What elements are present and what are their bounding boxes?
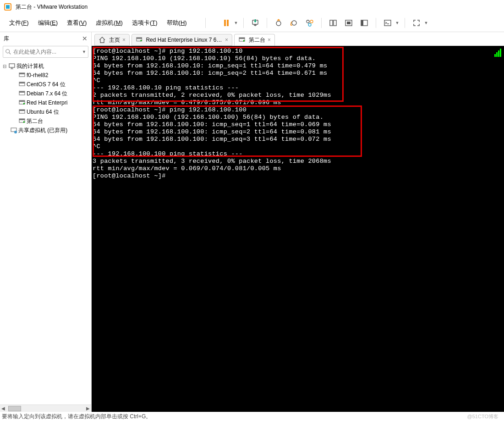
tree-label: 我的计算机 [16, 62, 44, 70]
svg-point-9 [308, 23, 311, 26]
svg-rect-30 [19, 110, 25, 111]
tree-vm-rhel82[interactable]: f0-rhel82 [0, 71, 91, 80]
svg-point-6 [292, 21, 296, 25]
sidebar-close-icon[interactable]: ✕ [82, 35, 88, 42]
svg-rect-21 [19, 73, 25, 74]
menu-help[interactable]: 帮助(H) [163, 17, 191, 29]
vm-icon [18, 72, 26, 79]
send-button[interactable] [248, 17, 262, 29]
svg-point-35 [14, 131, 17, 133]
svg-point-8 [310, 20, 313, 23]
vm-running-icon [238, 36, 246, 44]
menubar: 文件(F) 编辑(E) 查看(V) 虚拟机(M) 选项卡(T) 帮助(H) ▼ … [0, 14, 504, 32]
view-unity-button[interactable] [357, 17, 371, 29]
toolbar: ▼ ▼ ▼ [219, 17, 429, 29]
sidebar: 库 ✕ ▼ ⊟ 我的计算机 f0-rhel82 CentOS 7 64 位 De… [0, 32, 92, 412]
svg-rect-11 [334, 20, 336, 26]
vm-running-icon [18, 117, 26, 125]
titlebar: 第二台 - VMware Workstation [0, 0, 504, 14]
vm-running-icon [136, 36, 142, 44]
svg-rect-32 [19, 119, 25, 120]
manage-snapshot-button[interactable] [303, 17, 317, 29]
svg-rect-40 [239, 38, 245, 39]
menu-view[interactable]: 查看(V) [63, 17, 90, 29]
close-icon[interactable]: × [268, 37, 271, 43]
svg-rect-13 [347, 22, 351, 24]
svg-rect-27 [19, 100, 25, 102]
main-area: 主页 × Red Hat Enterprise Linux 7 64 ... ×… [92, 32, 504, 412]
svg-rect-37 [137, 38, 142, 39]
close-icon[interactable]: × [225, 37, 228, 43]
svg-point-7 [307, 20, 309, 23]
computer-icon [8, 62, 16, 70]
svg-rect-15 [361, 20, 363, 26]
svg-rect-23 [19, 82, 25, 83]
svg-rect-3 [227, 20, 229, 26]
dropdown-icon[interactable]: ▼ [82, 50, 86, 54]
dropdown-icon[interactable]: ▼ [424, 21, 429, 25]
tree-vm-second[interactable]: 第二台 [0, 116, 91, 126]
console-button[interactable] [381, 17, 394, 29]
view-multi-button[interactable] [342, 17, 356, 29]
tree-my-computer[interactable]: ⊟ 我的计算机 [0, 61, 91, 71]
tab-home[interactable]: 主页 × [94, 34, 130, 46]
tree-label: f0-rhel82 [27, 72, 48, 78]
activity-bars-icon [494, 49, 501, 57]
svg-point-17 [6, 50, 10, 53]
tree-vm-debian[interactable]: Debian 7.x 64 位 [0, 89, 91, 98]
menu-file[interactable]: 文件(F) [5, 17, 33, 29]
tab-label: 主页 [109, 36, 120, 44]
tab-second[interactable]: 第二台 × [234, 34, 275, 46]
tree-label: Ubuntu 64 位 [27, 108, 59, 116]
menu-edit[interactable]: 编辑(E) [34, 17, 61, 29]
tree-label: Debian 7.x 64 位 [27, 90, 67, 98]
collapse-icon[interactable]: ⊟ [2, 64, 7, 69]
search-icon [5, 49, 11, 55]
tab-label: Red Hat Enterprise Linux 7 64 ... [146, 37, 223, 43]
vm-tree: ⊟ 我的计算机 f0-rhel82 CentOS 7 64 位 Debian 7… [0, 61, 91, 404]
svg-rect-10 [330, 20, 333, 26]
snapshot-button[interactable] [272, 17, 285, 29]
tree-vm-ubuntu[interactable]: Ubuntu 64 位 [0, 107, 91, 116]
terminal-view[interactable]: [root@localhost ~]# ping 192.168.100.10 … [92, 46, 504, 412]
status-text: 要将输入定向到该虚拟机，请在虚拟机内部单击或按 Ctrl+G。 [2, 413, 151, 421]
tree-shared-vm[interactable]: 共享虚拟机 (已弃用) [0, 126, 91, 135]
window-title: 第二台 - VMware Workstation [16, 3, 88, 11]
svg-rect-16 [384, 20, 391, 26]
pause-button[interactable] [219, 17, 233, 29]
tab-bar: 主页 × Red Hat Enterprise Linux 7 64 ... ×… [92, 32, 504, 46]
menu-tabs[interactable]: 选项卡(T) [128, 17, 161, 29]
svg-rect-1 [6, 5, 10, 9]
dropdown-icon[interactable]: ▼ [395, 21, 400, 25]
watermark: @51CTO博客 [467, 413, 499, 420]
tab-label: 第二台 [249, 36, 265, 44]
vm-icon [18, 81, 26, 88]
tree-vm-centos[interactable]: CentOS 7 64 位 [0, 80, 91, 89]
view-single-button[interactable] [326, 17, 340, 29]
vm-icon [18, 108, 26, 116]
svg-rect-2 [224, 20, 226, 26]
tree-vm-rhe[interactable]: Red Hat Enterpri [0, 98, 91, 107]
svg-line-18 [9, 53, 11, 55]
tree-label: 第二台 [27, 117, 43, 125]
vmware-icon [4, 3, 12, 11]
tree-label: 共享虚拟机 (已弃用) [18, 127, 67, 134]
sidebar-search[interactable]: ▼ [3, 46, 88, 58]
tab-rhel7[interactable]: Red Hat Enterprise Linux 7 64 ... × [131, 34, 232, 46]
fullscreen-button[interactable] [410, 17, 423, 29]
home-icon [99, 36, 106, 44]
sidebar-scrollbar[interactable]: ◀▶ [0, 404, 91, 412]
sidebar-title: 库 [4, 35, 9, 43]
dropdown-icon[interactable]: ▼ [234, 21, 239, 25]
revert-button[interactable] [287, 17, 301, 29]
statusbar: 要将输入定向到该虚拟机，请在虚拟机内部单击或按 Ctrl+G。 [0, 412, 504, 421]
tree-label: CentOS 7 64 位 [27, 81, 66, 89]
close-icon[interactable]: × [122, 37, 126, 43]
shared-icon [10, 127, 17, 134]
terminal-output: [root@localhost ~]# ping 192.168.100.10 … [93, 48, 502, 180]
menu-vm[interactable]: 虚拟机(M) [92, 17, 126, 29]
tree-label: Red Hat Enterpri [27, 100, 67, 106]
search-input[interactable] [13, 49, 82, 55]
svg-rect-25 [19, 91, 25, 93]
vm-running-icon [18, 99, 26, 106]
